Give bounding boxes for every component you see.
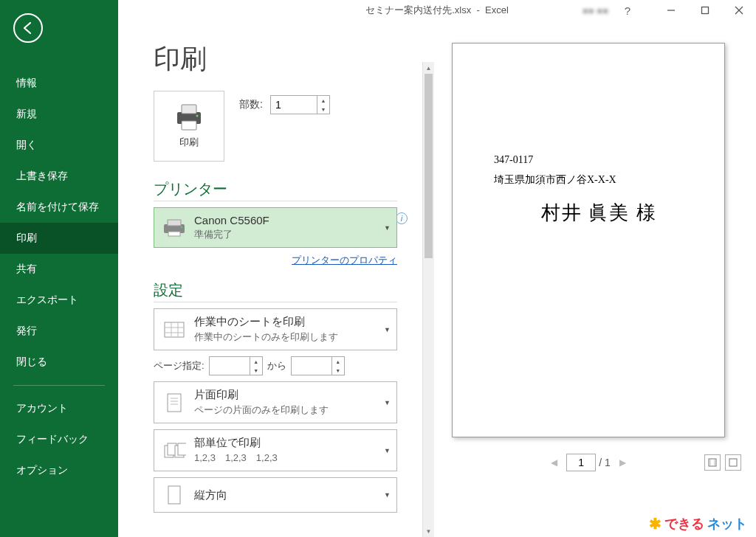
sidebar-item-8[interactable]: 発行 <box>0 316 118 347</box>
page-range-label: ページ指定: <box>154 359 205 373</box>
setting-orientation[interactable]: 縦方向 ▼ <box>154 477 397 513</box>
printer-select[interactable]: Canon C5560F 準備完了 ▼ <box>154 207 397 248</box>
sidebar-item-4[interactable]: 名前を付けて保存 <box>0 192 118 223</box>
page-range-to-label: から <box>267 359 286 373</box>
portrait-icon <box>162 484 187 506</box>
settings-scrollbar[interactable]: ▲ ▼ <box>422 62 434 537</box>
printer-properties-link[interactable]: プリンターのプロパティ <box>154 254 397 267</box>
window-title: セミナー案内送付先.xlsx - Excel <box>365 4 509 17</box>
sidebar-item-6[interactable]: 共有 <box>0 254 118 285</box>
total-pages: / 1 <box>599 457 611 468</box>
printer-status: 準備完了 <box>194 228 269 241</box>
dropdown-arrow-icon: ▼ <box>384 326 391 333</box>
titlebar: セミナー案内送付先.xlsx - Excel ■■ ■■ ? <box>118 0 756 21</box>
svg-rect-25 <box>168 486 180 504</box>
dropdown-arrow-icon: ▼ <box>384 447 391 454</box>
prev-page-button[interactable]: ◀ <box>542 457 566 468</box>
account-name: ■■ ■■ <box>583 5 608 16</box>
printer-device-icon <box>162 217 187 239</box>
copies-input[interactable]: ▲▼ <box>270 95 330 114</box>
svg-rect-29 <box>729 459 737 466</box>
window-minimize-button[interactable] <box>654 0 688 21</box>
svg-rect-17 <box>168 394 181 412</box>
svg-rect-1 <box>702 7 709 14</box>
copies-up[interactable]: ▲ <box>317 96 329 105</box>
page-range-from[interactable]: ▲▼ <box>209 356 263 375</box>
dropdown-arrow-icon: ▼ <box>384 224 391 232</box>
svg-point-11 <box>181 226 183 228</box>
sidebar-extra-item-1[interactable]: フィードバック <box>0 424 118 455</box>
preview-address: 埼玉県加須市西ノ谷X-X-X <box>494 173 704 187</box>
copies-down[interactable]: ▼ <box>317 105 329 114</box>
svg-rect-5 <box>182 105 196 114</box>
current-page-input[interactable]: 1 <box>566 454 596 471</box>
print-button[interactable]: 印刷 <box>154 91 224 162</box>
single-side-icon <box>162 392 187 414</box>
scroll-up-icon[interactable]: ▲ <box>423 62 434 74</box>
zoom-to-page-button[interactable] <box>725 454 741 471</box>
watermark: ✱ できるネット <box>649 515 747 533</box>
preview-postal: 347-0117 <box>494 154 704 166</box>
back-button[interactable] <box>13 13 43 43</box>
sidebar-item-7[interactable]: エクスポート <box>0 285 118 316</box>
sidebar-item-2[interactable]: 開く <box>0 130 118 161</box>
window-maximize-button[interactable] <box>688 0 722 21</box>
svg-rect-9 <box>168 220 181 226</box>
page-title: 印刷 <box>154 41 427 77</box>
setting-single-sided[interactable]: 片面印刷ページの片面のみを印刷します ▼ <box>154 381 397 423</box>
preview-page: 347-0117 埼玉県加須市西ノ谷X-X-X 村井 眞美 様 <box>452 43 725 437</box>
sheet-icon <box>162 319 187 341</box>
setting-collate[interactable]: 部単位で印刷1,2,3 1,2,3 1,2,3 ▼ <box>154 429 397 471</box>
print-preview-panel: 347-0117 埼玉県加須市西ノ谷X-X-X 村井 眞美 様 ◀ 1 / 1 … <box>436 21 756 537</box>
svg-rect-24 <box>178 443 186 455</box>
next-page-button[interactable]: ▶ <box>611 457 635 468</box>
scrollbar-thumb[interactable] <box>425 74 433 258</box>
printer-section-title: プリンター <box>154 179 397 201</box>
sidebar-item-5[interactable]: 印刷 <box>0 223 118 254</box>
settings-section-title: 設定 <box>154 280 397 302</box>
printer-name: Canon C5560F <box>194 214 269 226</box>
sidebar-separator <box>13 385 105 386</box>
svg-rect-12 <box>165 322 184 337</box>
help-button[interactable]: ? <box>625 4 630 17</box>
page-range-to[interactable]: ▲▼ <box>291 356 345 375</box>
setting-print-what[interactable]: 作業中のシートを印刷作業中のシートのみを印刷します ▼ <box>154 308 397 350</box>
sidebar-item-3[interactable]: 上書き保存 <box>0 161 118 192</box>
printer-icon <box>173 103 205 131</box>
watermark-logo-icon: ✱ <box>649 515 662 533</box>
svg-rect-10 <box>168 232 180 236</box>
sidebar-extra-item-2[interactable]: オプション <box>0 455 118 486</box>
dropdown-arrow-icon: ▼ <box>384 399 391 406</box>
svg-rect-6 <box>182 121 196 130</box>
print-settings-panel: 印刷 印刷 部数: ▲▼ i プリンター <box>118 21 436 537</box>
window-close-button[interactable] <box>722 0 756 21</box>
dropdown-arrow-icon: ▼ <box>384 491 391 499</box>
preview-paging: ◀ 1 / 1 ▶ <box>443 454 734 471</box>
backstage-sidebar: 情報新規開く上書き保存名前を付けて保存印刷共有エクスポート発行閉じる アカウント… <box>0 0 118 537</box>
copies-label: 部数: <box>239 98 263 111</box>
copies-value[interactable] <box>271 96 317 114</box>
svg-point-7 <box>196 115 199 117</box>
sidebar-item-9[interactable]: 閉じる <box>0 347 118 378</box>
sidebar-item-1[interactable]: 新規 <box>0 99 118 130</box>
info-icon[interactable]: i <box>396 212 408 224</box>
collate-icon <box>162 440 187 462</box>
show-margins-button[interactable] <box>704 454 721 471</box>
sidebar-extra-item-0[interactable]: アカウント <box>0 393 118 424</box>
preview-recipient-name: 村井 眞美 様 <box>494 200 704 226</box>
sidebar-item-0[interactable]: 情報 <box>0 68 118 99</box>
scroll-down-icon[interactable]: ▼ <box>423 525 434 537</box>
